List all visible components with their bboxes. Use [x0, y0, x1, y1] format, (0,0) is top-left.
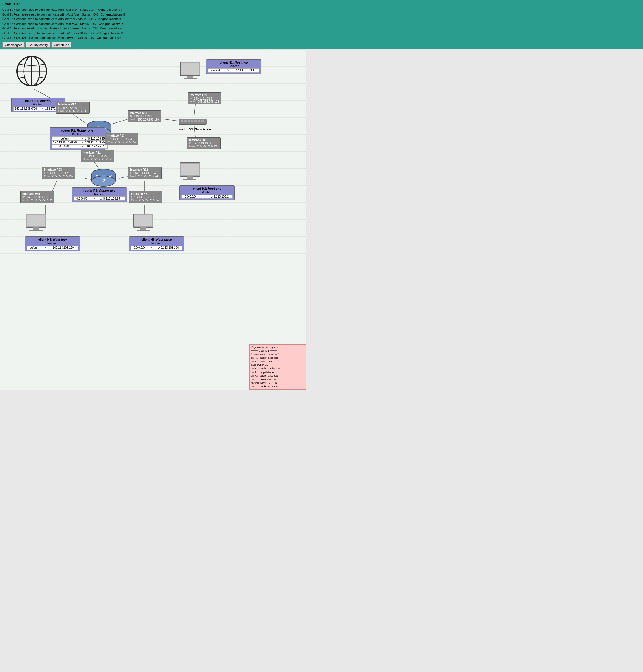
- svg-text:↙: ↙: [105, 125, 108, 130]
- switch-s1-icon: [179, 117, 207, 127]
- svg-rect-53: [27, 215, 45, 226]
- log-line: on H1 : packet accepted: [251, 356, 305, 360]
- log-line: on H2 : packet accepted: [251, 385, 305, 388]
- svg-rect-35: [198, 120, 200, 122]
- h2-routes: default => 149.113.103.1: [208, 68, 259, 73]
- svg-rect-57: [134, 215, 152, 226]
- router-r2-node: router R2: Router two Routes : 0.0.0.0/0…: [72, 188, 127, 202]
- svg-text:↗: ↗: [95, 174, 98, 178]
- computer-h4-icon: [23, 212, 49, 235]
- log-line: on H2 : destination reac...: [251, 378, 305, 381]
- log-line: on R1 : packet not for me: [251, 367, 305, 371]
- svg-rect-42: [181, 164, 199, 175]
- route-row: 0.0.0.0/0 => 149.113.103.1: [182, 194, 233, 199]
- route-row: 19.113.103.128/26 => 149.113.103.253: [52, 140, 108, 144]
- computer-h3-icon: [130, 212, 156, 235]
- svg-text:⟳: ⟳: [101, 178, 106, 183]
- get-config-button[interactable]: Get my config: [26, 42, 50, 48]
- log-line: ******* Goal ID 1 *******: [251, 349, 305, 353]
- svg-rect-36: [201, 120, 204, 122]
- svg-rect-38: [181, 63, 199, 75]
- svg-rect-40: [184, 78, 197, 80]
- client-h4-node: client H4: Host four Routes : default =>…: [25, 237, 80, 251]
- goal-5: Goal 5 : Host two need to communicate wi…: [2, 26, 641, 31]
- svg-rect-54: [33, 227, 39, 230]
- goal-6: Goal 6 : Host three need to communicate …: [2, 31, 641, 36]
- log-line: forward way : H1 -> H2 (: [251, 353, 305, 357]
- log-line: pass switch S1: [251, 363, 305, 367]
- log-line: ** generated for login 'o...: [251, 346, 305, 349]
- svg-rect-44: [183, 179, 196, 180]
- interface-r23: Interface R23 IP : 149.113.103.129 Mask …: [42, 167, 75, 179]
- router2-routes: 0.0.0.0/0 => 149.113.103.254: [74, 196, 125, 201]
- client-h1-node: client H1: Host one Routes : 0.0.0.0/0 =…: [180, 185, 235, 200]
- route-row: default => 149.113.103.253: [52, 136, 108, 140]
- interface-r22: Interface R22 IP : 149.113.103.194 Mask …: [128, 167, 161, 179]
- internet-title: internet I: Internet: [13, 99, 63, 103]
- svg-text:↔: ↔: [101, 173, 106, 177]
- log-line: on H1 : send to H11: [251, 360, 305, 363]
- computer-h2-icon: [178, 61, 203, 83]
- interface-r11: Interface R11 IP : 149.113.103.1 Mask : …: [128, 110, 161, 122]
- router1-routes: default => 149.113.103.253 19.113.103.12…: [52, 136, 108, 148]
- svg-rect-59: [137, 230, 150, 231]
- router-r1-node: router R1: Router one Routes : default =…: [50, 127, 105, 150]
- client-h2-node: client H2: Host two Routes : default => …: [206, 59, 262, 74]
- interface-r12: Interface R12 IP : 163.172.250.12 Mask :…: [56, 102, 89, 114]
- header: Level 10 : Goal 1 : Host one need to com…: [0, 0, 643, 49]
- goal-2: Goal 2 : Host three need to communicate …: [2, 12, 641, 17]
- route-row: 0.0.0.0/0 => 149.113.103.254: [74, 196, 125, 201]
- switch-s1-label: switch S1: Switch one: [179, 128, 211, 131]
- log-line: on R1 : loop detected: [251, 371, 305, 374]
- h3-routes: 0.0.0.0/0 => 149.113.103.194: [131, 245, 182, 250]
- router-r2-icon: ⟳ ↗ ↙ ↔: [91, 168, 116, 188]
- route-row: 0.0.0.0/0 => 163.172.250.1: [52, 144, 108, 148]
- svg-rect-31: [184, 120, 186, 122]
- goal-7: Goal 7 : Host four need to communicate w…: [2, 35, 641, 40]
- svg-rect-32: [188, 120, 190, 122]
- route-row: default => 149.113.103.1: [208, 68, 259, 72]
- goal-1: Goal 1 : Host one need to communicate wi…: [2, 8, 641, 12]
- route-row: default => 149.113.103.129: [27, 245, 78, 250]
- client-h3-node: client H3: Host three Routes : 0.0.0.0/0…: [129, 237, 184, 251]
- h1-routes: 0.0.0.0/0 => 149.113.103.1: [181, 194, 233, 199]
- svg-rect-30: [181, 120, 183, 122]
- check-again-button[interactable]: Check again: [2, 42, 25, 48]
- svg-rect-58: [140, 227, 146, 230]
- interface-h31: Interface H31 IP : 149.113.103.193 Mask …: [129, 191, 162, 203]
- computer-h1-icon: [177, 161, 203, 184]
- goal-4: Goal 4 : Host one need to communicate wi…: [2, 22, 641, 26]
- complete-button[interactable]: Complete !: [51, 42, 71, 48]
- action-buttons: Check again Get my config Complete !: [2, 42, 641, 48]
- interface-r21: Interface R21 IP : 149.113.103.253 Mask …: [81, 150, 114, 162]
- page-title: Level 10 :: [2, 2, 641, 6]
- interface-h21: Interface H21 IP : 149.113.103.3 Mask : …: [188, 93, 221, 104]
- log-line: reverse way : H2 -> H1 (: [251, 381, 305, 385]
- log-line: on H2 : packet accepted: [251, 374, 305, 378]
- log-panel: ** generated for login 'o... ******* Goa…: [250, 344, 306, 389]
- interface-r13: Interface R13 IP : 149.113.103.254 Mask …: [105, 133, 138, 145]
- interface-h11: Interface H11 IP : 149.113.103.2 Mask : …: [187, 137, 221, 149]
- interface-h41: Interface H41 IP : 149.113.103.131 Mask …: [21, 191, 54, 203]
- svg-rect-39: [187, 76, 193, 78]
- goals-list: Goal 1 : Host one need to communicate wi…: [2, 8, 641, 40]
- svg-rect-34: [194, 120, 197, 122]
- h4-routes: default => 149.113.103.129: [27, 245, 78, 250]
- svg-rect-55: [29, 230, 43, 231]
- globe-icon: [15, 55, 48, 88]
- network-canvas: internet I: Internet Routes : 149.113.10…: [0, 49, 306, 389]
- goal-3: Goal 3 : Host one need to communicate wi…: [2, 17, 641, 22]
- route-row: 0.0.0.0/0 => 149.113.103.194: [131, 245, 182, 250]
- svg-rect-33: [191, 120, 193, 122]
- svg-rect-43: [187, 176, 193, 179]
- svg-text:↙: ↙: [109, 174, 112, 178]
